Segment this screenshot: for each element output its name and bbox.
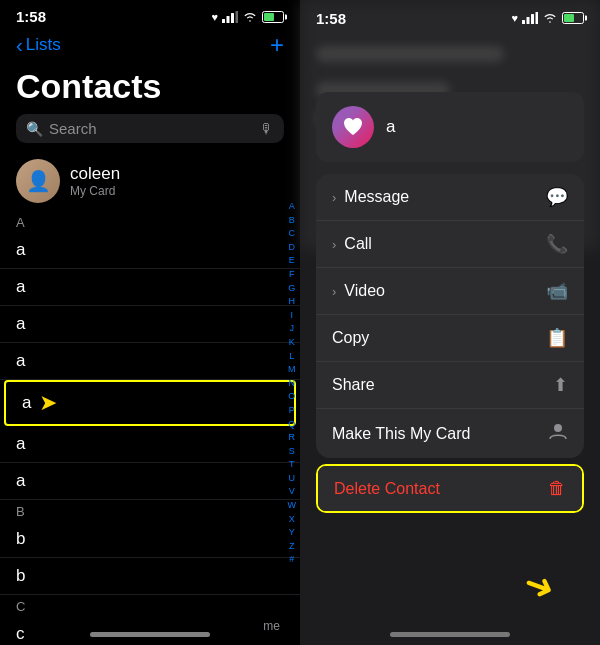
status-bar-left: 1:58 ♥ [0, 0, 300, 29]
section-letter-a: A [0, 211, 300, 232]
my-card-subtitle: My Card [70, 184, 120, 198]
index-k[interactable]: K [288, 336, 297, 349]
page-title: Contacts [0, 63, 300, 114]
heart-app-icon [339, 113, 367, 141]
index-b[interactable]: B [288, 214, 297, 227]
wifi-icon-left [242, 11, 258, 23]
svg-rect-6 [531, 14, 534, 24]
contact-row[interactable]: b [0, 521, 300, 558]
index-v[interactable]: V [288, 485, 297, 498]
contact-row[interactable]: b [0, 558, 300, 595]
back-label[interactable]: Lists [26, 35, 61, 55]
video-label: Video [344, 282, 385, 300]
index-u[interactable]: U [288, 472, 297, 485]
contact-name: b [16, 529, 25, 549]
wifi-icon-right [542, 12, 558, 24]
search-bar[interactable]: 🔍 Search 🎙 [16, 114, 284, 143]
index-i[interactable]: I [288, 309, 297, 322]
index-n[interactable]: N [288, 377, 297, 390]
back-button[interactable]: ‹ Lists [16, 34, 61, 57]
contact-row[interactable]: a [0, 463, 300, 500]
menu-item-message[interactable]: › Message 💬 [316, 174, 584, 221]
contact-name: a [16, 277, 25, 297]
index-y[interactable]: Y [288, 526, 297, 539]
avatar-placeholder: 👤 [16, 159, 60, 203]
index-p[interactable]: P [288, 404, 297, 417]
contact-name: a [16, 434, 25, 454]
index-d[interactable]: D [288, 241, 297, 254]
video-arrow: › [332, 284, 336, 299]
highlighted-contact-row[interactable]: a ➤ [4, 380, 296, 426]
delete-icon: 🗑 [548, 478, 566, 499]
section-letter-c: C [0, 595, 300, 616]
search-icon: 🔍 [26, 121, 43, 137]
menu-item-video-left: › Video [332, 282, 385, 300]
back-chevron-icon: ‹ [16, 34, 23, 57]
index-q[interactable]: Q [288, 418, 297, 431]
time-left: 1:58 [16, 8, 46, 25]
left-panel: 1:58 ♥ ‹ Lists + Contacts [0, 0, 300, 645]
add-button[interactable]: + [270, 31, 284, 59]
index-t[interactable]: T [288, 458, 297, 471]
contact-name: b [16, 566, 25, 586]
battery-icon-left [262, 11, 284, 23]
menu-item-delete[interactable]: Delete Contact 🗑 [318, 466, 582, 511]
contact-preview-card[interactable]: a [316, 92, 584, 162]
search-input[interactable]: Search [49, 120, 254, 137]
delete-section: Delete Contact 🗑 [316, 464, 584, 513]
contact-row[interactable]: a [0, 232, 300, 269]
svg-point-9 [554, 424, 562, 432]
section-letter-b: B [0, 500, 300, 521]
menu-item-call[interactable]: › Call 📞 [316, 221, 584, 268]
svg-rect-1 [227, 16, 230, 23]
menu-item-copy[interactable]: Copy 📋 [316, 315, 584, 362]
index-h[interactable]: H [288, 295, 297, 308]
copy-icon: 📋 [546, 327, 568, 349]
contact-row[interactable]: a [0, 269, 300, 306]
svg-rect-2 [231, 13, 234, 23]
mic-icon: 🎙 [260, 121, 274, 137]
menu-item-share[interactable]: Share ⬆ [316, 362, 584, 409]
index-e[interactable]: E [288, 254, 297, 267]
index-m[interactable]: M [288, 363, 297, 376]
index-o[interactable]: O [288, 390, 297, 403]
heart-icon-right: ♥ [511, 12, 518, 24]
contact-row[interactable]: c [0, 616, 300, 645]
contact-row[interactable]: a [0, 426, 300, 463]
index-a[interactable]: A [288, 200, 297, 213]
index-z[interactable]: Z [288, 540, 297, 553]
svg-rect-3 [236, 11, 239, 23]
index-sidebar[interactable]: A B C D E F G H I J K L M N O P Q R S T … [288, 200, 297, 566]
menu-item-call-left: › Call [332, 235, 372, 253]
video-icon: 📹 [546, 280, 568, 302]
index-x[interactable]: X [288, 513, 297, 526]
make-my-card-label: Make This My Card [332, 425, 470, 443]
status-icons-right: ♥ [511, 12, 584, 24]
contact-name: a [16, 471, 25, 491]
index-w[interactable]: W [288, 499, 297, 512]
copy-label: Copy [332, 329, 369, 347]
index-j[interactable]: J [288, 322, 297, 335]
index-hash[interactable]: # [288, 553, 297, 566]
my-card-row[interactable]: 👤 coleen My Card [0, 151, 300, 211]
index-c[interactable]: C [288, 227, 297, 240]
menu-item-video[interactable]: › Video 📹 [316, 268, 584, 315]
contact-row[interactable]: a [0, 343, 300, 380]
contact-preview-avatar [332, 106, 374, 148]
call-arrow: › [332, 237, 336, 252]
yellow-arrow-icon: ➜ [518, 561, 561, 611]
signal-icon-left [222, 11, 238, 23]
delete-highlight-border: Delete Contact 🗑 [316, 464, 584, 513]
index-g[interactable]: G [288, 282, 297, 295]
index-l[interactable]: L [288, 350, 297, 363]
index-r[interactable]: R [288, 431, 297, 444]
time-right: 1:58 [316, 10, 346, 27]
index-s[interactable]: S [288, 445, 297, 458]
me-label: me [263, 619, 280, 633]
status-bar-right: 1:58 ♥ [300, 0, 600, 32]
index-f[interactable]: F [288, 268, 297, 281]
arrow-indicator: ➤ [39, 390, 57, 416]
menu-item-message-left: › Message [332, 188, 409, 206]
contact-row[interactable]: a [0, 306, 300, 343]
menu-item-make-my-card[interactable]: Make This My Card [316, 409, 584, 458]
